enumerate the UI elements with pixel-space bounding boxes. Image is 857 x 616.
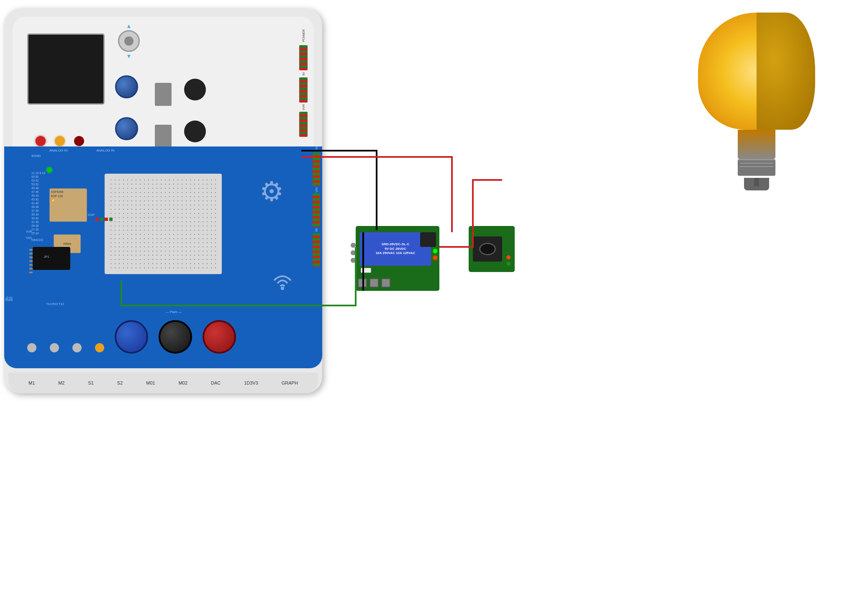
probe-v-connector[interactable] [203,320,236,354]
bulb-base-bottom [744,178,769,190]
relay-chip-text: SRD-05VDC-SL-C5V DC 28VDC10A 250VAC 10A … [376,242,416,255]
bulb-dark-side [757,13,815,130]
probe-com-connector[interactable] [159,320,192,354]
bottom-strip-labels: M1 M2 S1 S2 M01 M02 DAC 1D3V3 GRAPH [8,372,318,393]
ic-pin-6 [29,268,33,270]
board-label-analog-in-2: ANALOG IN [96,149,115,152]
joystick-up-arrow: ▲ [126,23,132,29]
joystick-down-arrow: ▼ [126,53,132,59]
connector-label-vvr: VVR [302,104,305,110]
relay-pin-1 [351,243,356,248]
light-bulb [698,13,815,190]
relay-terminal-1 [358,278,367,287]
bottom-indicator-labels [27,343,104,354]
right-connector-strips: POWER 5V VVR [297,29,310,151]
joystick-area: ▲ ▼ [116,28,141,54]
gear-icon: ⚙ [259,176,291,207]
bulb-base-line-1 [740,163,773,164]
relay-coil [420,232,436,247]
icsp-label: ICSP [88,213,95,216]
m1-indicator [27,343,36,354]
strip-label-1d3v3: 1D3V3 [244,380,258,385]
sd-card-slot-2[interactable] [155,125,172,148]
joystick-outer[interactable] [118,30,140,52]
led-dark-red [74,136,84,146]
relay-terminal-2 [369,278,379,287]
led-red [36,136,46,146]
red-wire-top [301,157,452,232]
probe-com-container [159,320,192,356]
m2-indicator [50,343,59,354]
probe-v-container [203,320,236,356]
relay-body: SRD-05VDC-SL-C5V DC 28VDC10A 250VAC 10A … [356,226,439,291]
vvr-strip [299,112,308,137]
ic-pin-4 [29,260,33,262]
breadboard-dots [109,178,218,270]
ic-pins-left [29,249,33,273]
board-label-5gnd: 5GND [31,154,41,158]
esp-module: ESP8266ESP-12E📶 [49,188,87,222]
power-led-2 [506,262,511,266]
ic-pin-2 [29,253,33,254]
esp-text: ESP8266ESP-12E📶 [50,189,87,203]
relay-module: SRD-05VDC-SL-C5V DC 28VDC10A 250VAC 10A … [356,226,439,291]
dio-label: D IO [6,296,12,299]
relay-pin-2 [351,250,356,255]
svg-point-0 [281,287,284,290]
relay-input-pins [351,243,356,263]
ic-pin-7 [29,272,33,273]
probe-connector-area [115,320,236,356]
relay-pin-3 [351,258,356,263]
strip-label-dac: DAC [211,380,221,385]
knob-2[interactable] [115,117,138,140]
ic-chip [33,247,70,270]
knob-1[interactable] [115,75,138,98]
sd-card-slot-1[interactable] [155,83,172,106]
breadboard [105,174,222,274]
strip-label-s1: S1 [88,380,93,385]
black-button-1[interactable] [184,79,206,100]
ic-pin-3 [29,257,33,258]
vss-label: VSS [26,236,32,239]
relay-resistor [361,268,371,273]
led-area [36,136,84,146]
bulb-globe [698,13,815,130]
hcdo-label: 53HCDO [31,239,43,241]
ic-pin-1 [29,249,33,251]
board-label-analog-in: ANALOG IN [49,149,68,152]
strip-label-graph: GRAPH [282,380,298,385]
led-orange [55,136,65,146]
power-indicators [506,255,511,266]
power-jack-inner [479,243,496,255]
evive-board: ▲ ▼ ⏻ ⚡ ↺ POWER [4,8,322,393]
green-led [47,167,52,172]
relay-output-terminals [358,278,390,287]
board-right-connectors: VIN VIN 5R [310,146,322,314]
power-connector-module [469,226,515,272]
evive-top-panel: ▲ ▼ ⏻ ⚡ ↺ POWER [13,17,314,159]
ic-pin-5 [29,264,33,266]
strip-label-m01: M01 [146,380,155,385]
bulb-base [738,159,775,176]
pwm-area: — Pwm — [46,310,301,314]
power-strip [299,45,308,70]
wifi-icon [270,266,295,296]
power-led-1 [506,255,511,259]
relay-led-green [433,249,437,253]
bulb-contact [754,178,759,186]
xbee-text: XBee [63,242,72,246]
pin13-indicator [95,343,104,354]
probe-iv-connector[interactable] [115,320,148,354]
arduino-blue-board: ESP8266ESP-12E📶 XBee ⚙ [4,146,322,368]
joystick-inner [124,36,133,46]
pin-numbers: 11 15 8 10 53 52 53 52 53 52 49 48 47 46… [31,172,45,235]
strip-label-m02: M02 [179,380,187,385]
tx-rx-labels: TX3 RX3 TX2 [46,303,64,305]
bulb-base-line-2 [740,166,773,167]
black-button-2[interactable] [184,121,206,142]
connector-strip-power: POWER [302,29,305,42]
strip-label-m2: M2 [58,380,64,385]
relay-led-red [433,256,437,260]
5v-strip [299,77,308,103]
evive-screen [27,33,105,105]
